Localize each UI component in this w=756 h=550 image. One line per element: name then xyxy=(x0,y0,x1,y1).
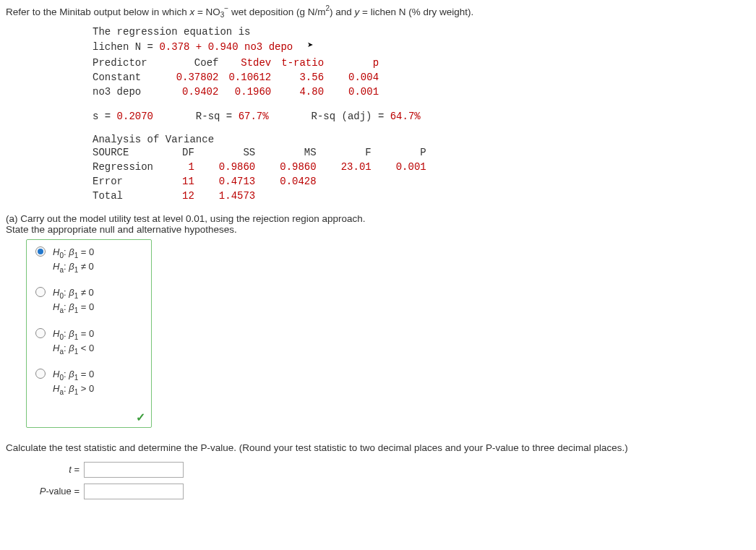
anova-error-ms: 0.0428 xyxy=(265,174,326,189)
stat-summary-line: s = 0.2070 R-sq = 67.7% R-sq (adj) = 64.… xyxy=(93,111,750,122)
anova-hdr-ss: SS xyxy=(205,145,265,160)
anova-total-df: 12 xyxy=(182,189,205,203)
anova-error-df: 11 xyxy=(182,174,205,189)
radio-option-4[interactable]: H0: β1 = 0 Ha: β1 > 0 xyxy=(35,368,142,397)
hypothesis-options-box: H0: β1 = 0 Ha: β1 ≠ 0 H0: β1 ≠ 0 Ha: β1 … xyxy=(26,239,152,428)
pvalue-label: P-value = xyxy=(13,486,80,497)
row-constant-coef: 0.37802 xyxy=(176,70,229,85)
intro-ydesc: = lichen N (% dry weight). xyxy=(359,7,473,17)
anova-regression-source: Regression xyxy=(93,160,182,174)
row-no3-stdev: 0.1960 xyxy=(228,85,281,99)
intro-xeq: = NO xyxy=(194,7,220,17)
regression-line2: lichen N = 0.378 + 0.940 no3 depo➤ xyxy=(93,40,750,53)
intro-xdesc2: ) and xyxy=(330,7,355,17)
hdr-stdev: Stdev xyxy=(228,56,281,70)
row-no3-name: no3 depo xyxy=(93,85,176,99)
hdr-tratio: t-ratio xyxy=(281,56,334,70)
anova-error-ss: 0.4713 xyxy=(205,174,265,189)
anova-regression-ss: 0.9860 xyxy=(205,160,265,174)
checkmark-icon: ✓ xyxy=(136,411,145,424)
t-input-row: t = xyxy=(35,462,750,478)
radio-option-2[interactable]: H0: β1 ≠ 0 Ha: β1 = 0 xyxy=(35,286,142,315)
anova-hdr-f: F xyxy=(327,145,382,160)
anova-regression-p: 0.001 xyxy=(382,160,437,174)
anova-regression-ms: 0.9860 xyxy=(265,160,326,174)
hdr-coef: Coef xyxy=(176,56,229,70)
t-label: t = xyxy=(35,464,80,475)
row-no3-tratio: 4.80 xyxy=(281,85,334,99)
option-4-text: H0: β1 = 0 Ha: β1 > 0 xyxy=(53,368,94,397)
option-1-text: H0: β1 = 0 Ha: β1 ≠ 0 xyxy=(53,246,94,275)
anova-regression-f: 23.01 xyxy=(327,160,382,174)
t-input[interactable] xyxy=(84,462,184,478)
intro-xdesc: wet deposition (g N/m xyxy=(228,7,325,17)
anova-error-source: Error xyxy=(93,174,182,189)
row-constant-stdev: 0.10612 xyxy=(228,70,281,85)
anova-table: SOURCE DF SS MS F P Regression 1 0.9860 … xyxy=(93,145,437,203)
anova-total-ss: 1.4573 xyxy=(205,189,265,203)
row-constant-p: 0.004 xyxy=(334,70,389,85)
row-constant-tratio: 3.56 xyxy=(281,70,334,85)
anova-regression-df: 1 xyxy=(182,160,205,174)
anova-total-source: Total xyxy=(93,189,182,203)
pvalue-input-row: P-value = xyxy=(13,484,750,499)
regression-line1: The regression equation is xyxy=(93,26,750,38)
radio-button-1[interactable] xyxy=(35,246,46,257)
anova-hdr-ms: MS xyxy=(265,145,326,160)
radio-option-3[interactable]: H0: β1 = 0 Ha: β1 < 0 xyxy=(35,327,142,356)
question-a-line2: State the appropriate null and alternati… xyxy=(6,224,750,235)
radio-button-2[interactable] xyxy=(35,287,46,297)
radio-button-3[interactable] xyxy=(35,328,46,338)
option-2-text: H0: β1 ≠ 0 Ha: β1 = 0 xyxy=(53,286,94,315)
calc-prompt: Calculate the test statistic and determi… xyxy=(6,442,750,453)
anova-hdr-source: SOURCE xyxy=(93,145,182,160)
hdr-p: p xyxy=(334,56,389,70)
option-3-text: H0: β1 = 0 Ha: β1 < 0 xyxy=(53,327,94,356)
intro-text: Refer to the Minitab output below in whi… xyxy=(6,4,750,19)
row-no3-p: 0.001 xyxy=(334,85,389,99)
predictor-table: Predictor Coef Stdev t-ratio p Constant … xyxy=(93,56,389,99)
anova-hdr-df: DF xyxy=(182,145,205,160)
minitab-output: The regression equation is lichen N = 0.… xyxy=(93,26,750,203)
question-a-line1: (a) Carry out the model utility test at … xyxy=(6,213,750,224)
row-no3-coef: 0.9402 xyxy=(176,85,229,99)
anova-hdr-p: P xyxy=(382,145,437,160)
pvalue-input[interactable] xyxy=(84,484,184,499)
anova-title: Analysis of Variance xyxy=(93,134,750,145)
hdr-predictor: Predictor xyxy=(93,56,176,70)
cursor-icon: ➤ xyxy=(307,39,313,51)
radio-option-1[interactable]: H0: β1 = 0 Ha: β1 ≠ 0 xyxy=(35,246,142,275)
row-constant-name: Constant xyxy=(93,70,176,85)
intro-prefix: Refer to the Minitab output below in whi… xyxy=(6,7,189,17)
question-a: (a) Carry out the model utility test at … xyxy=(6,213,750,235)
radio-button-4[interactable] xyxy=(35,369,46,379)
